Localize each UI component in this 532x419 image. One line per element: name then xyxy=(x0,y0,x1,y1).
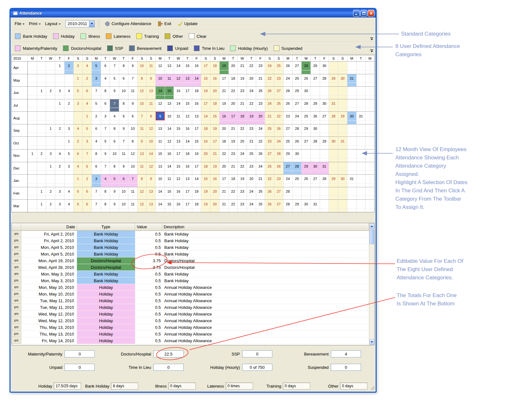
day-cell[interactable]: 7 xyxy=(137,112,147,124)
day-cell[interactable]: 11 xyxy=(137,124,147,137)
day-cell[interactable]: 19 xyxy=(192,150,201,162)
day-cell[interactable]: 30 xyxy=(329,137,338,149)
day-cell[interactable]: 21 xyxy=(256,74,265,87)
day-cell[interactable]: 30 xyxy=(347,112,356,124)
day-cell[interactable]: 31 xyxy=(356,112,365,124)
total-value-input[interactable]: 4 xyxy=(331,350,361,357)
day-cell[interactable]: 4 xyxy=(110,112,119,124)
day-cell[interactable]: 27 xyxy=(283,124,292,137)
day-cell[interactable]: 5 xyxy=(119,112,128,124)
category-suspended[interactable]: Suspended xyxy=(272,44,307,52)
day-cell[interactable]: 9 xyxy=(137,137,147,149)
day-cell[interactable]: 8 xyxy=(137,74,147,87)
day-cell[interactable]: 17 xyxy=(210,137,219,149)
table-row[interactable]: amTue, May 11, 2010Holiday0.5Annual Holi… xyxy=(12,297,369,304)
day-cell[interactable]: 26 xyxy=(310,112,320,124)
day-cell[interactable]: 6 xyxy=(82,187,92,200)
day-cell[interactable]: 29 xyxy=(338,112,347,124)
day-cell[interactable]: 2 xyxy=(46,87,55,99)
day-cell[interactable]: 22 xyxy=(228,187,238,200)
day-cell[interactable]: 13 xyxy=(146,187,155,200)
day-cell[interactable]: 24 xyxy=(247,187,256,200)
day-cell[interactable]: 12 xyxy=(128,150,137,162)
menu-layout[interactable]: Layout xyxy=(43,20,63,27)
day-cell[interactable]: 7 xyxy=(119,137,128,149)
day-cell[interactable]: 9 xyxy=(119,162,128,175)
day-cell[interactable]: 9 xyxy=(128,62,137,74)
day-cell[interactable]: 27 xyxy=(310,175,320,187)
category-doctors-hospital[interactable]: Doctors/Hospital xyxy=(62,44,106,52)
day-cell[interactable]: 17 xyxy=(192,124,201,137)
total-value-input[interactable]: 0 xyxy=(242,350,272,357)
day-cell[interactable]: 13 xyxy=(165,62,174,74)
day-cell[interactable]: 23 xyxy=(256,99,265,112)
day-cell[interactable]: 11 xyxy=(146,62,155,74)
menu-print[interactable]: Print xyxy=(27,20,43,27)
day-cell[interactable]: 31 xyxy=(347,74,356,87)
day-cell[interactable]: 15 xyxy=(183,62,192,74)
day-cell[interactable]: 29 xyxy=(329,74,338,87)
total-value-input[interactable]: 0 xyxy=(153,364,184,371)
day-cell[interactable]: 22 xyxy=(256,137,265,149)
day-cell[interactable]: 14 xyxy=(192,175,201,187)
day-cell[interactable]: 27 xyxy=(274,200,283,212)
day-cell[interactable]: 31 xyxy=(338,137,347,149)
table-row[interactable]: pmWed, May 12, 2010Holiday0.5Annual Holi… xyxy=(12,317,369,324)
day-cell[interactable]: 25 xyxy=(265,124,274,137)
table-row[interactable]: amMon, April 5, 2010Bank Holiday0.5Bank … xyxy=(12,244,369,251)
day-cell[interactable]: 14 xyxy=(174,99,183,112)
table-row[interactable]: amFri, May 14, 2010Holiday0.5Annual Holi… xyxy=(12,337,369,344)
day-cell[interactable]: 7 xyxy=(110,99,119,112)
day-cell[interactable]: 12 xyxy=(137,200,147,212)
day-cell[interactable]: 12 xyxy=(165,137,174,149)
day-cell[interactable]: 30 xyxy=(301,87,310,99)
day-cell[interactable]: 10 xyxy=(155,74,165,87)
day-cell[interactable]: 26 xyxy=(265,200,274,212)
day-cell[interactable]: 16 xyxy=(174,200,183,212)
day-cell[interactable]: 11 xyxy=(165,74,174,87)
scroll-up-icon[interactable] xyxy=(370,223,374,229)
day-cell[interactable]: 1 xyxy=(46,124,55,137)
table-row[interactable]: amMon, May 3, 2010Bank Holiday0.5Bank Ho… xyxy=(12,271,369,277)
day-cell[interactable]: 14 xyxy=(183,137,192,149)
table-row[interactable]: amMon, April 19, 2010Doctors/Hospital3.7… xyxy=(12,257,369,264)
day-cell[interactable]: 9 xyxy=(110,187,119,200)
day-cell[interactable]: 11 xyxy=(128,200,137,212)
day-cell[interactable]: 10 xyxy=(119,200,128,212)
scrollbar-thumb[interactable] xyxy=(370,229,374,244)
day-cell[interactable]: 9 xyxy=(110,200,119,212)
day-cell[interactable]: 2 xyxy=(73,137,83,149)
category-bereavement[interactable]: Bereavement xyxy=(128,44,166,52)
day-cell[interactable]: 23 xyxy=(274,175,283,187)
day-cell[interactable]: 3 xyxy=(46,150,55,162)
day-cell[interactable]: 17 xyxy=(183,87,192,99)
day-cell[interactable]: 30 xyxy=(301,200,310,212)
day-cell[interactable]: 28 xyxy=(329,112,338,124)
day-cell[interactable]: 1 xyxy=(37,87,46,99)
day-cell[interactable]: 31 xyxy=(310,200,320,212)
day-cell[interactable]: 13 xyxy=(165,99,174,112)
day-cell[interactable]: 21 xyxy=(219,200,228,212)
day-cell[interactable]: 20 xyxy=(210,87,219,99)
day-cell[interactable]: 10 xyxy=(137,99,147,112)
day-cell[interactable]: 1 xyxy=(37,200,46,212)
day-cell[interactable]: 16 xyxy=(174,187,183,200)
day-cell[interactable]: 15 xyxy=(183,99,192,112)
table-row[interactable]: amWed, April 28, 2010Doctors/Hospital3.7… xyxy=(12,264,369,271)
day-cell[interactable]: 29 xyxy=(301,124,310,137)
day-cell[interactable]: 21 xyxy=(219,87,228,99)
day-cell[interactable]: 16 xyxy=(183,162,192,175)
day-cell[interactable]: 15 xyxy=(155,150,165,162)
day-cell[interactable]: 7 xyxy=(128,175,137,187)
day-cell[interactable]: 15 xyxy=(192,137,201,149)
day-cell[interactable]: 19 xyxy=(201,87,210,99)
day-cell[interactable]: 28 xyxy=(301,62,310,74)
day-cell[interactable]: 24 xyxy=(247,200,256,212)
day-cell[interactable]: 21 xyxy=(247,137,256,149)
day-cell[interactable]: 24 xyxy=(237,150,247,162)
minimize-button[interactable] xyxy=(353,10,360,17)
day-cell[interactable]: 3 xyxy=(55,187,64,200)
day-cell[interactable]: 23 xyxy=(247,162,256,175)
day-cell[interactable]: 4 xyxy=(64,187,73,200)
day-cell[interactable]: 16 xyxy=(183,124,192,137)
